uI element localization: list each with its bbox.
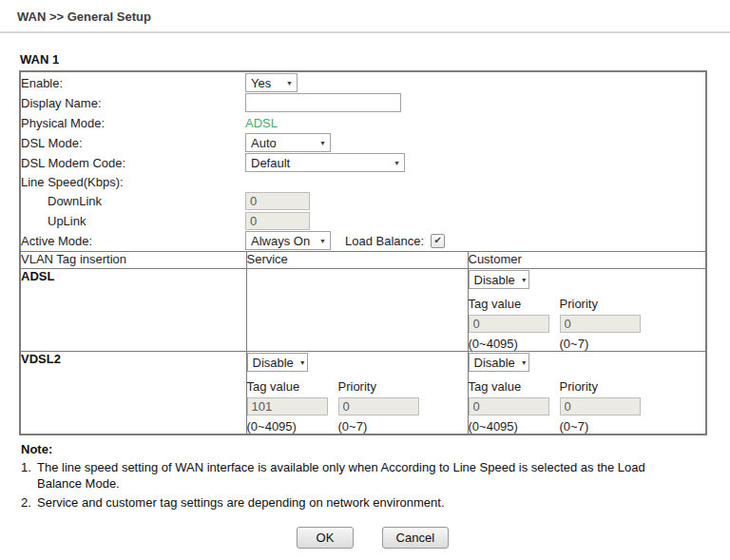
vlan-header-insertion: VLAN Tag insertion [20,252,246,269]
dsl-mode-select-value: Auto [251,136,277,150]
display-name-input[interactable] [245,93,401,112]
title-divider [0,31,730,33]
vdsl2-service-priority-input [338,397,419,415]
ok-button[interactable]: OK [297,527,354,549]
adsl-service-cell [246,269,468,352]
table-row-vdsl2: VDSL2 Disable ▼ Tag value Priority [20,352,706,435]
note-item-text: The line speed setting of WAN interface … [37,459,691,492]
physical-mode-row: Physical Mode: ADSL [21,113,705,132]
vdsl2-service-mode-value: Disable [253,356,294,370]
wan1-settings-table: Enable: Yes ▼ Display Name: Physical Mod… [19,70,707,435]
downlink-label: DownLink [21,194,245,208]
load-balance-label: Load Balance: [345,234,424,248]
uplink-label: UpLink [21,214,245,228]
checkbox-check-icon: ✔ [433,236,441,245]
priority-label: Priority [338,379,419,394]
active-mode-row: Active Mode: Always On ▼ Load Balance: ✔ [21,231,705,250]
tag-value-label: Tag value [469,379,549,394]
tag-range-hint: (0~4095) [247,419,328,434]
dsl-modem-code-select[interactable]: Default ▼ [245,153,405,172]
note-section: Note: 1. The line speed setting of WAN i… [21,442,730,511]
active-mode-select-value: Always On [251,234,310,248]
downlink-input [245,192,310,210]
button-row: OK Cancel [19,527,726,549]
note-item-text: Service and customer tag settings are de… [37,494,445,511]
enable-label: Enable: [21,76,245,90]
vdsl2-service-tag-input [247,397,328,415]
line-speed-label: Line Speed(Kbps): [21,175,245,189]
vdsl2-row-label: VDSL2 [21,352,61,366]
vdsl2-service-cell: Disable ▼ Tag value Priority (0~4095) (0… [246,352,468,435]
dropdown-arrow-icon: ▼ [286,80,293,87]
vdsl2-customer-cell: Disable ▼ Tag value Priority (0~4095) (0… [468,352,706,435]
active-mode-label: Active Mode: [21,234,245,248]
vdsl2-customer-mode-value: Disable [474,356,515,370]
priority-range-hint: (0~7) [560,337,641,351]
adsl-customer-tag-input [469,315,549,333]
dsl-mode-select[interactable]: Auto ▼ [245,133,331,152]
enable-select-value: Yes [251,76,271,90]
display-name-row: Display Name: [21,93,705,112]
note-item-number: 2. [21,494,37,511]
vlan-header-customer: Customer [468,252,706,269]
downlink-row: DownLink [21,191,705,210]
physical-mode-value: ADSL [245,116,278,130]
breadcrumb: WAN >> General Setup [0,0,730,24]
note-item-number: 1. [21,459,37,492]
active-mode-select[interactable]: Always On ▼ [245,231,331,250]
dropdown-arrow-icon: ▼ [521,359,528,366]
dsl-mode-label: DSL Mode: [21,136,245,150]
dropdown-arrow-icon: ▼ [299,359,306,366]
adsl-row-label: ADSL [21,269,54,283]
load-balance-checkbox[interactable]: ✔ [431,234,445,248]
priority-label: Priority [560,297,641,311]
dropdown-arrow-icon: ▼ [319,238,326,244]
dropdown-arrow-icon: ▼ [521,277,528,283]
uplink-row: UpLink [21,211,705,230]
vdsl2-customer-tag-input [469,397,549,415]
adsl-customer-cell: Disable ▼ Tag value Priority (0~4095) (0… [468,269,706,352]
table-row-adsl: ADSL Disable ▼ Tag value Priority [20,269,706,352]
tag-value-label: Tag value [247,379,328,394]
vlan-header-row: VLAN Tag insertion Service Customer [20,252,706,269]
vdsl2-customer-priority-input [560,397,641,415]
enable-select[interactable]: Yes ▼ [245,73,298,92]
vlan-header-service: Service [246,252,468,269]
dropdown-arrow-icon: ▼ [319,140,326,146]
uplink-input [245,212,310,230]
cancel-button[interactable]: Cancel [382,527,449,549]
wan-general-setup-page: WAN >> General Setup WAN 1 Enable: Yes ▼ [0,0,730,560]
dsl-mode-row: DSL Mode: Auto ▼ [21,133,705,152]
adsl-customer-mode-select[interactable]: Disable ▼ [469,270,529,289]
note-item: 1. The line speed setting of WAN interfa… [21,459,730,492]
adsl-customer-priority-input [560,315,641,333]
note-item: 2. Service and customer tag settings are… [21,494,730,511]
dsl-modem-code-label: DSL Modem Code: [21,156,245,170]
dropdown-arrow-icon: ▼ [394,160,400,166]
dsl-modem-code-row: DSL Modem Code: Default ▼ [21,153,705,172]
note-heading: Note: [21,442,730,456]
adsl-customer-mode-value: Disable [474,273,515,287]
priority-range-hint: (0~7) [338,419,419,434]
vdsl2-service-mode-select[interactable]: Disable ▼ [247,353,308,372]
dsl-modem-code-select-value: Default [251,156,290,170]
vdsl2-customer-mode-select[interactable]: Disable ▼ [469,353,529,372]
wan1-heading: WAN 1 [20,52,730,67]
enable-row: Enable: Yes ▼ [21,73,705,92]
priority-label: Priority [560,379,641,394]
line-speed-row: Line Speed(Kbps): [21,173,705,190]
physical-mode-label: Physical Mode: [21,116,245,130]
priority-range-hint: (0~7) [560,419,641,434]
tag-value-label: Tag value [469,297,549,311]
tag-range-hint: (0~4095) [469,419,549,434]
tag-range-hint: (0~4095) [469,337,549,351]
display-name-label: Display Name: [21,96,245,110]
